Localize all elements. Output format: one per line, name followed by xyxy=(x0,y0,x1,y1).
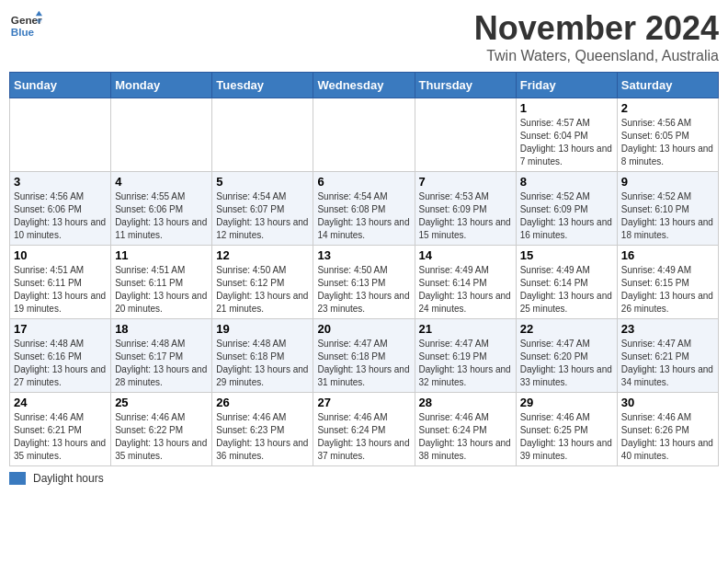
calendar-cell: 12Sunrise: 4:50 AM Sunset: 6:12 PM Dayli… xyxy=(212,246,313,319)
day-number: 16 xyxy=(621,248,714,262)
day-info: Sunrise: 4:46 AM Sunset: 6:24 PM Dayligh… xyxy=(419,411,512,463)
col-friday: Friday xyxy=(516,73,617,98)
day-info: Sunrise: 4:49 AM Sunset: 6:15 PM Dayligh… xyxy=(621,264,714,316)
day-info: Sunrise: 4:46 AM Sunset: 6:21 PM Dayligh… xyxy=(14,411,107,463)
day-number: 8 xyxy=(520,175,613,189)
day-number: 23 xyxy=(621,322,714,336)
calendar-cell: 29Sunrise: 4:46 AM Sunset: 6:25 PM Dayli… xyxy=(516,393,617,466)
day-number: 2 xyxy=(621,101,714,115)
day-info: Sunrise: 4:46 AM Sunset: 6:25 PM Dayligh… xyxy=(520,411,613,463)
day-info: Sunrise: 4:48 AM Sunset: 6:17 PM Dayligh… xyxy=(115,338,208,389)
calendar-cell: 11Sunrise: 4:51 AM Sunset: 6:11 PM Dayli… xyxy=(111,246,212,319)
calendar-cell: 24Sunrise: 4:46 AM Sunset: 6:21 PM Dayli… xyxy=(10,393,111,466)
day-number: 4 xyxy=(115,175,208,189)
calendar-week-row: 24Sunrise: 4:46 AM Sunset: 6:21 PM Dayli… xyxy=(10,393,719,466)
day-info: Sunrise: 4:46 AM Sunset: 6:23 PM Dayligh… xyxy=(216,411,309,463)
calendar-cell: 4Sunrise: 4:55 AM Sunset: 6:06 PM Daylig… xyxy=(111,172,212,246)
day-number: 9 xyxy=(621,175,714,189)
day-info: Sunrise: 4:52 AM Sunset: 6:09 PM Dayligh… xyxy=(520,190,613,242)
day-number: 15 xyxy=(520,248,613,262)
day-info: Sunrise: 4:55 AM Sunset: 6:06 PM Dayligh… xyxy=(115,190,208,242)
day-number: 26 xyxy=(216,396,309,409)
calendar-cell xyxy=(313,98,415,172)
day-info: Sunrise: 4:46 AM Sunset: 6:24 PM Dayligh… xyxy=(317,411,410,463)
day-info: Sunrise: 4:51 AM Sunset: 6:11 PM Dayligh… xyxy=(14,264,107,316)
calendar-cell: 26Sunrise: 4:46 AM Sunset: 6:23 PM Dayli… xyxy=(212,393,313,466)
day-info: Sunrise: 4:54 AM Sunset: 6:08 PM Dayligh… xyxy=(317,190,410,242)
day-number: 27 xyxy=(317,396,410,409)
calendar-cell: 28Sunrise: 4:46 AM Sunset: 6:24 PM Dayli… xyxy=(415,393,516,466)
calendar-cell: 1Sunrise: 4:57 AM Sunset: 6:04 PM Daylig… xyxy=(516,98,617,172)
day-number: 28 xyxy=(419,396,512,409)
calendar-cell: 7Sunrise: 4:53 AM Sunset: 6:09 PM Daylig… xyxy=(415,172,516,246)
legend-area: Daylight hours xyxy=(9,472,719,485)
day-info: Sunrise: 4:46 AM Sunset: 6:26 PM Dayligh… xyxy=(621,411,714,463)
day-number: 11 xyxy=(115,248,208,262)
logo: General Blue xyxy=(9,9,42,42)
day-info: Sunrise: 4:47 AM Sunset: 6:20 PM Dayligh… xyxy=(520,338,613,389)
day-number: 22 xyxy=(520,322,613,336)
calendar-week-row: 17Sunrise: 4:48 AM Sunset: 6:16 PM Dayli… xyxy=(10,319,719,393)
calendar-cell: 16Sunrise: 4:49 AM Sunset: 6:15 PM Dayli… xyxy=(617,246,718,319)
calendar-cell: 14Sunrise: 4:49 AM Sunset: 6:14 PM Dayli… xyxy=(415,246,516,319)
col-sunday: Sunday xyxy=(10,73,111,98)
day-number: 1 xyxy=(520,101,613,115)
calendar-cell: 9Sunrise: 4:52 AM Sunset: 6:10 PM Daylig… xyxy=(617,172,718,246)
calendar-cell: 23Sunrise: 4:47 AM Sunset: 6:21 PM Dayli… xyxy=(617,319,718,393)
day-number: 24 xyxy=(14,396,107,409)
day-number: 30 xyxy=(621,396,714,409)
day-info: Sunrise: 4:57 AM Sunset: 6:04 PM Dayligh… xyxy=(520,117,613,168)
day-info: Sunrise: 4:47 AM Sunset: 6:19 PM Dayligh… xyxy=(419,338,512,389)
day-number: 3 xyxy=(14,175,107,189)
day-info: Sunrise: 4:50 AM Sunset: 6:12 PM Dayligh… xyxy=(216,264,309,316)
legend-label: Daylight hours xyxy=(33,472,104,485)
day-info: Sunrise: 4:50 AM Sunset: 6:13 PM Dayligh… xyxy=(317,264,410,316)
day-info: Sunrise: 4:46 AM Sunset: 6:22 PM Dayligh… xyxy=(115,411,208,463)
main-title: November 2024 xyxy=(474,9,719,48)
day-info: Sunrise: 4:52 AM Sunset: 6:10 PM Dayligh… xyxy=(621,190,714,242)
day-info: Sunrise: 4:53 AM Sunset: 6:09 PM Dayligh… xyxy=(419,190,512,242)
day-info: Sunrise: 4:49 AM Sunset: 6:14 PM Dayligh… xyxy=(520,264,613,316)
logo-icon: General Blue xyxy=(9,9,42,42)
day-number: 14 xyxy=(419,248,512,262)
day-number: 29 xyxy=(520,396,613,409)
day-number: 19 xyxy=(216,322,309,336)
calendar-cell: 13Sunrise: 4:50 AM Sunset: 6:13 PM Dayli… xyxy=(313,246,415,319)
day-info: Sunrise: 4:56 AM Sunset: 6:05 PM Dayligh… xyxy=(621,117,714,168)
calendar-cell: 6Sunrise: 4:54 AM Sunset: 6:08 PM Daylig… xyxy=(313,172,415,246)
calendar-cell: 27Sunrise: 4:46 AM Sunset: 6:24 PM Dayli… xyxy=(313,393,415,466)
day-number: 7 xyxy=(419,175,512,189)
legend-color-box xyxy=(9,472,26,485)
day-info: Sunrise: 4:54 AM Sunset: 6:07 PM Dayligh… xyxy=(216,190,309,242)
calendar-cell: 10Sunrise: 4:51 AM Sunset: 6:11 PM Dayli… xyxy=(10,246,111,319)
calendar-cell xyxy=(10,98,111,172)
day-number: 10 xyxy=(14,248,107,262)
day-number: 21 xyxy=(419,322,512,336)
calendar-cell: 25Sunrise: 4:46 AM Sunset: 6:22 PM Dayli… xyxy=(111,393,212,466)
calendar-cell: 30Sunrise: 4:46 AM Sunset: 6:26 PM Dayli… xyxy=(617,393,718,466)
calendar-cell: 20Sunrise: 4:47 AM Sunset: 6:18 PM Dayli… xyxy=(313,319,415,393)
calendar-week-row: 10Sunrise: 4:51 AM Sunset: 6:11 PM Dayli… xyxy=(10,246,719,319)
day-number: 17 xyxy=(14,322,107,336)
col-saturday: Saturday xyxy=(617,73,718,98)
calendar-body: 1Sunrise: 4:57 AM Sunset: 6:04 PM Daylig… xyxy=(10,98,719,466)
subtitle: Twin Waters, Queensland, Australia xyxy=(474,48,719,64)
title-area: November 2024 Twin Waters, Queensland, A… xyxy=(474,9,719,64)
day-info: Sunrise: 4:48 AM Sunset: 6:18 PM Dayligh… xyxy=(216,338,309,389)
calendar-cell: 2Sunrise: 4:56 AM Sunset: 6:05 PM Daylig… xyxy=(617,98,718,172)
day-info: Sunrise: 4:48 AM Sunset: 6:16 PM Dayligh… xyxy=(14,338,107,389)
col-monday: Monday xyxy=(111,73,212,98)
calendar-cell xyxy=(415,98,516,172)
col-wednesday: Wednesday xyxy=(313,73,415,98)
calendar-cell: 18Sunrise: 4:48 AM Sunset: 6:17 PM Dayli… xyxy=(111,319,212,393)
calendar-cell: 19Sunrise: 4:48 AM Sunset: 6:18 PM Dayli… xyxy=(212,319,313,393)
day-number: 13 xyxy=(317,248,410,262)
day-number: 20 xyxy=(317,322,410,336)
calendar-cell: 3Sunrise: 4:56 AM Sunset: 6:06 PM Daylig… xyxy=(10,172,111,246)
day-info: Sunrise: 4:56 AM Sunset: 6:06 PM Dayligh… xyxy=(14,190,107,242)
day-number: 25 xyxy=(115,396,208,409)
day-info: Sunrise: 4:51 AM Sunset: 6:11 PM Dayligh… xyxy=(115,264,208,316)
day-info: Sunrise: 4:47 AM Sunset: 6:18 PM Dayligh… xyxy=(317,338,410,389)
calendar-cell: 22Sunrise: 4:47 AM Sunset: 6:20 PM Dayli… xyxy=(516,319,617,393)
calendar-cell: 21Sunrise: 4:47 AM Sunset: 6:19 PM Dayli… xyxy=(415,319,516,393)
